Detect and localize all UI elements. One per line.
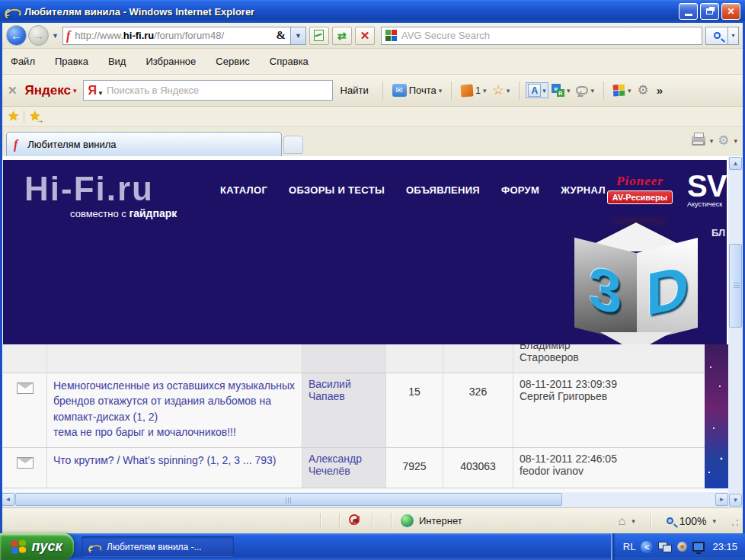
horizontal-scrollbar[interactable]: ◄ ►	[2, 492, 728, 507]
print-icon[interactable]	[692, 136, 705, 146]
yandex-services-button[interactable]: ▾	[613, 85, 631, 97]
menu-edit[interactable]: Правка	[55, 56, 88, 67]
yandex-money-button[interactable]: 1 ▾	[461, 85, 486, 97]
nav-catalog[interactable]: КАТАЛОГ	[220, 184, 267, 196]
refresh-icon: ⇄	[337, 30, 347, 42]
zoom-dropdown-icon[interactable]: ▾	[712, 517, 716, 525]
spellcheck-button[interactable]: A ▾	[526, 82, 548, 98]
pioneer-banner[interactable]: Pioneer AV-Ресиверы	[607, 174, 673, 204]
views-cell	[443, 344, 513, 373]
nav-magazine[interactable]: ЖУРНАЛ	[561, 184, 606, 196]
history-dropdown-icon[interactable]: ▼	[52, 32, 59, 40]
vertical-scroll-thumb[interactable]	[729, 244, 742, 328]
search-provider-dropdown[interactable]: ▾	[728, 27, 739, 45]
nav-forum[interactable]: ФОРУМ	[501, 184, 539, 196]
topic-link[interactable]: Немногочисленные из оставшихся музыкальн…	[53, 378, 296, 424]
services-cube-icon	[613, 84, 626, 97]
tab-bar: f Любителям винила ▾ ⚙ ▾	[0, 126, 745, 156]
last-post-author[interactable]: feodor ivanov	[520, 465, 699, 477]
table-row: Немногочисленные из оставшихся музыкальн…	[3, 373, 705, 448]
close-button[interactable]: ✕	[721, 3, 740, 20]
print-dropdown-icon[interactable]: ▾	[710, 137, 714, 145]
topic-link[interactable]: Что крутим? / What's spinning? (1, 2, 3 …	[53, 453, 296, 468]
search-go-button[interactable]	[705, 27, 728, 45]
taskbar-window-button[interactable]: e Любителям винила -...	[82, 536, 234, 557]
tab-active[interactable]: f Любителям винила	[6, 132, 282, 156]
yandex-favorites-button[interactable]: ☆ ▾	[493, 82, 510, 98]
replies-cell: 7925	[386, 448, 443, 488]
minimize-button[interactable]	[679, 3, 698, 20]
network-tray-icon[interactable]	[658, 542, 672, 552]
mail-icon: ✉	[392, 84, 407, 97]
last-post-author[interactable]: Владимир	[520, 344, 699, 351]
clock[interactable]: 23:15	[712, 541, 737, 552]
address-dropdown-button[interactable]: ▼	[291, 27, 306, 45]
hidden-icons-chevron[interactable]: <	[641, 541, 653, 553]
topic-author-link[interactable]: Василий Чапаев	[309, 378, 351, 402]
favorites-button[interactable]: ★	[8, 108, 19, 124]
smartscreen-dropdown-icon[interactable]: ▾	[631, 517, 635, 525]
toolbar-settings-button[interactable]: ⚙	[637, 82, 648, 98]
counter-badge: 1	[475, 85, 481, 96]
status-bar: Интернет ⌂ ▾ 100% ▾	[0, 507, 745, 533]
language-indicator[interactable]: RL	[623, 541, 636, 552]
views-cell: 326	[443, 373, 513, 447]
yandex-ya-dropdown-icon[interactable]: ▼	[98, 90, 104, 97]
comments-button[interactable]: ▾	[576, 86, 594, 94]
start-button[interactable]: пуск	[0, 533, 74, 560]
scroll-left-button[interactable]: ◄	[2, 493, 14, 506]
sv-banner[interactable]: SV Акустическ	[687, 169, 726, 208]
address-input[interactable]: f http://www.hi-fi.ru/forum/forum48/ &	[62, 27, 291, 45]
forward-button[interactable]: →	[28, 25, 49, 46]
mail-dropdown-icon: ▾	[439, 87, 443, 94]
page-tools-gear-icon[interactable]: ⚙	[718, 133, 729, 149]
3d-cube-banner[interactable]: 3 D	[570, 222, 702, 354]
toolbar-separator	[519, 82, 520, 100]
menu-view[interactable]: Вид	[108, 56, 126, 67]
nav-ads[interactable]: ОБЪЯВЛЕНИЯ	[406, 184, 480, 196]
site-logo[interactable]: Hi-Fi.ru	[24, 170, 154, 208]
horizontal-scroll-thumb[interactable]	[15, 493, 562, 506]
translate-button[interactable]: я R ▾	[552, 84, 571, 97]
topic-author-link[interactable]: Александр Чечелёв	[309, 453, 362, 477]
scroll-up-button[interactable]: ▲	[729, 157, 742, 170]
compatibility-view-button[interactable]	[309, 27, 329, 45]
new-tab-button[interactable]	[283, 136, 303, 154]
stop-button[interactable]: ✕	[355, 27, 375, 45]
envelope-icon	[17, 382, 34, 394]
yandex-mail-button[interactable]: ✉ Почта ▾	[392, 84, 443, 97]
volume-tray-icon[interactable]	[677, 542, 687, 552]
page-tools-dropdown-icon[interactable]: ▾	[734, 137, 737, 145]
last-post-author[interactable]: Староверов	[520, 351, 699, 363]
yandex-search-input[interactable]	[107, 85, 328, 96]
zoom-level[interactable]: 100%	[679, 515, 707, 527]
resize-grip[interactable]	[728, 516, 739, 526]
yandex-find-button[interactable]: Найти	[341, 85, 369, 96]
menu-help[interactable]: Справка	[270, 56, 309, 67]
forum-topic-table: Владимир Староверов Немногочисленные из …	[3, 344, 728, 491]
refresh-button[interactable]: ⇄	[332, 27, 352, 45]
last-post-author[interactable]: Сергей Григорьев	[520, 390, 699, 402]
scroll-right-button[interactable]: ►	[715, 493, 728, 506]
speech-bubble-icon	[576, 86, 588, 94]
toolbar-overflow-button[interactable]: »	[657, 84, 663, 97]
privacy-blocked-icon[interactable]	[349, 514, 363, 528]
nav-reviews[interactable]: ОБЗОРЫ И ТЕСТЫ	[289, 184, 385, 196]
smartscreen-icon[interactable]: ⌂	[618, 514, 625, 528]
site-nav: КАТАЛОГ ОБЗОРЫ И ТЕСТЫ ОБЪЯВЛЕНИЯ ФОРУМ …	[220, 184, 606, 196]
menu-tools[interactable]: Сервис	[216, 56, 250, 67]
yandex-brand-dropdown-icon[interactable]: ▾	[73, 87, 77, 94]
menu-file[interactable]: Файл	[11, 56, 35, 67]
zoom-icon[interactable]	[667, 517, 673, 524]
display-tray-icon[interactable]	[692, 542, 705, 552]
avg-search-input[interactable]	[401, 30, 698, 41]
menu-favorites[interactable]: Избранное	[145, 56, 196, 67]
ie-icon: e	[88, 541, 101, 553]
scroll-down-button[interactable]: ▼	[729, 494, 742, 507]
yandex-brand[interactable]: Яндекс	[25, 83, 71, 98]
vertical-scrollbar[interactable]: ▲ ▼	[728, 157, 743, 507]
toolbar-close-icon[interactable]: ✕	[8, 84, 18, 98]
back-button[interactable]: ←	[6, 25, 27, 46]
add-favorite-button[interactable]: ★→	[29, 108, 40, 124]
restore-button[interactable]	[700, 3, 719, 20]
